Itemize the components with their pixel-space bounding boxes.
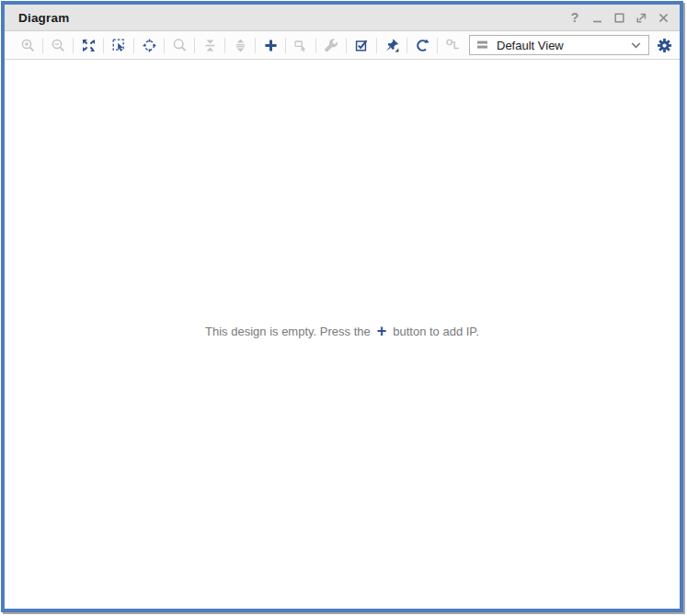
toolbar-separator	[224, 38, 225, 53]
toolbar-separator	[346, 38, 347, 53]
view-selector-value: Default View	[497, 39, 564, 52]
view-selector-dropdown[interactable]: Default View	[469, 35, 649, 55]
collapse-all-icon	[202, 38, 218, 53]
toolbar-separator	[73, 38, 74, 53]
toolbar-separator	[255, 38, 256, 53]
expand-all-icon	[233, 38, 248, 53]
zoom-fit-icon	[81, 38, 97, 53]
zoom-fit-button[interactable]	[76, 34, 100, 56]
minimize-icon[interactable]	[590, 10, 604, 25]
toolbar-separator	[164, 38, 165, 53]
collapse-all-button	[198, 34, 222, 56]
make-external-icon	[293, 38, 309, 53]
toolbar: Default View	[5, 31, 680, 60]
toolbar-separator	[194, 38, 195, 53]
pin-button[interactable]	[380, 34, 404, 56]
fit-selection-icon	[142, 38, 157, 53]
toolbar-separator	[315, 38, 316, 53]
diagram-canvas[interactable]: This design is empty. Press the + button…	[5, 60, 680, 609]
validate-design-icon	[354, 38, 370, 53]
toolbar-separator	[133, 38, 134, 53]
customize-block-button	[319, 34, 343, 56]
interface-connections-icon	[445, 38, 461, 53]
pin-icon	[384, 38, 400, 53]
validate-design-button[interactable]	[349, 34, 373, 56]
chevron-down-icon	[631, 42, 641, 49]
empty-design-message: This design is empty. Press the + button…	[205, 325, 479, 338]
regenerate-layout-icon	[415, 38, 430, 53]
toolbar-separator	[103, 38, 104, 53]
zoom-out-button	[46, 34, 70, 56]
list-icon	[477, 40, 488, 50]
zoom-to-selection-icon	[111, 38, 127, 53]
titlebar-controls: ?	[567, 10, 670, 25]
toolbar-separator	[437, 38, 438, 53]
settings-button[interactable]	[657, 38, 672, 53]
zoom-in-button	[16, 34, 40, 56]
zoom-out-icon	[51, 38, 66, 53]
search-icon	[172, 38, 188, 53]
toolbar-separator	[406, 38, 407, 53]
float-icon[interactable]	[634, 10, 648, 25]
toolbar-separator	[285, 38, 286, 53]
search-button	[167, 34, 191, 56]
titlebar: Diagram ?	[5, 5, 680, 31]
toolbar-separator	[376, 38, 377, 53]
zoom-to-selection-button[interactable]	[107, 34, 131, 56]
zoom-in-icon	[20, 38, 36, 53]
wrench-icon	[324, 38, 339, 53]
gear-icon	[657, 38, 672, 53]
add-ip-button[interactable]	[258, 34, 282, 56]
interface-connections-button	[441, 34, 464, 56]
plus-icon: +	[377, 325, 387, 337]
diagram-window: Diagram ?	[1, 1, 683, 612]
help-icon[interactable]: ?	[567, 10, 582, 25]
maximize-icon[interactable]	[612, 10, 626, 25]
make-external-button	[289, 34, 313, 56]
close-icon[interactable]	[656, 10, 670, 25]
regenerate-layout-button[interactable]	[410, 34, 434, 56]
fit-selection-button[interactable]	[137, 34, 161, 56]
empty-message-after: button to add IP.	[393, 325, 479, 338]
add-ip-icon	[263, 38, 279, 53]
toolbar-separator	[42, 38, 43, 53]
empty-message-before: This design is empty. Press the	[205, 325, 371, 338]
expand-all-button	[228, 34, 252, 56]
window-title: Diagram	[18, 11, 69, 25]
